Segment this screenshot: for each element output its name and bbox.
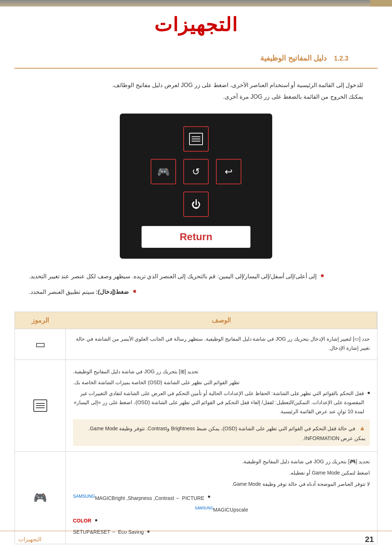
- section-title: دليل المفاتيح الوظيفية: [260, 54, 327, 62]
- note-icon: ▲: [359, 424, 366, 432]
- jog-btn-undo: ↺: [183, 159, 209, 184]
- jog-cell-return: ↩: [214, 157, 243, 186]
- page-title: التجهيزات: [18, 14, 374, 36]
- section-header: 1.2.3 دليل المفاتيح الوظيفية: [15, 43, 377, 69]
- upscale-word: Upscale: [230, 506, 248, 512]
- jog-cell-empty-br: [149, 190, 178, 219]
- bullet-dot-1: [321, 274, 324, 277]
- function-table: الوصف الرموز حدد [▭] لتغيير إشارة الإدخا…: [15, 312, 377, 544]
- jog-cell-power: ⏻: [181, 190, 211, 219]
- footer-title: التجهيزات: [18, 536, 41, 543]
- osd-table-line1: [36, 403, 45, 404]
- jog-grid: ↩ ↺ 🎮 ⏻: [131, 124, 261, 219]
- sub-bullet-text-2-2: تظهر القوائم التي تظهر على الشاشة (OSD) …: [73, 378, 240, 387]
- color-label: COLOR: [73, 518, 91, 524]
- table-icon-1: ▭: [15, 329, 66, 360]
- return-button-label: Return: [142, 226, 250, 248]
- table-desc-3-main1: تحديد [🎮] بتحريك زر JOG في شاشة دليل الم…: [73, 457, 370, 466]
- table-desc-2: تحديد [⊞] بتحريك زر JOG في شاشة دليل الم…: [66, 360, 377, 452]
- jog-cell-gamepad: 🎮: [149, 157, 178, 186]
- picture-features: Bright ,Sharpness ,Contrast ← PICTURE: [112, 495, 204, 501]
- gamepad-table-icon: 🎮: [33, 488, 47, 508]
- sub-bullet-dot-2-3: [368, 392, 370, 394]
- bullet-text-2: ضغط(إدخال): سيتم تطبيق العنصر المحدد.: [29, 287, 129, 297]
- description-line1: للدخول إلى القائمة الرئيسية أو استخدام ا…: [29, 79, 363, 91]
- table-desc-3-main2: اضغط لتمكين Game Mode أو تعطيله.: [73, 468, 370, 477]
- page-header: التجهيزات: [0, 7, 392, 39]
- gamepad-icon: 🎮: [157, 166, 170, 178]
- table-header-desc: الوصف: [66, 312, 377, 329]
- jog-diagram: ↩ ↺ 🎮 ⏻ Return: [120, 114, 272, 259]
- upscale-brand-label: SAMSUNG: [195, 506, 213, 510]
- sub-bullet-3-picture: SAMSUNGMAGICBright ,Sharpness ,Contrast …: [73, 493, 370, 503]
- jog-btn-power: ⏻: [183, 192, 209, 217]
- jog-cell-empty-tl: [214, 124, 243, 153]
- jog-cell-undo: ↺: [181, 157, 211, 186]
- upscale-magic: MAGIC: [213, 506, 230, 512]
- table-desc-3: تحديد [🎮] بتحريك زر JOG في شاشة دليل الم…: [66, 452, 377, 544]
- table-icon-3: 🎮: [15, 452, 66, 544]
- jog-cell-osd: [181, 124, 211, 153]
- bullet-item-2: ضغط(إدخال): سيتم تطبيق العنصر المحدد.: [29, 287, 363, 297]
- bullet-section: إلى أعلى/إلى أسفل/إلى اليسار/إلى اليمين:…: [0, 266, 392, 308]
- jog-cell-empty-tr: [149, 124, 178, 153]
- sub-bullet-text-2-3: قفل التحكم بالقوائم التي تظهر على الشاشة…: [73, 389, 364, 416]
- table-icon-2: [15, 360, 66, 452]
- table-desc-3-main3: لا تتوفر العناصر الموضحة أدناه في حالة ت…: [73, 480, 370, 489]
- table-row-1: حدد [▭] لتغيير إشارة الإدخال بتحريك زر J…: [15, 329, 377, 360]
- osd-line2: [192, 139, 200, 139]
- table-row-2: تحديد [⊞] بتحريك زر JOG في شاشة دليل الم…: [15, 360, 377, 452]
- footer-page-number: 21: [365, 535, 374, 544]
- page-footer: 21 التجهيزات: [0, 531, 392, 548]
- jog-cell-empty-bl: [214, 190, 243, 219]
- bullet-item-1: إلى أعلى/إلى أسفل/إلى اليسار/إلى اليمين:…: [29, 271, 363, 282]
- bullet-text-1: إلى أعلى/إلى أسفل/إلى اليسار/إلى اليمين:…: [29, 271, 317, 282]
- sub-bullet-text-2-1: تحديد [⊞] بتحريك زر JOG في شاشة دليل الم…: [73, 367, 199, 376]
- sub-bullet-2-1: تحديد [⊞] بتحريك زر JOG في شاشة دليل الم…: [73, 367, 370, 376]
- top-decoration-bar: [0, 0, 392, 7]
- osd-line1: [192, 136, 200, 137]
- picture-label: SAMSUNG: [73, 494, 95, 499]
- upscale-row: SAMSUNGMAGICSAMSUNG MAGICUpscaleUpscale: [73, 505, 370, 514]
- sub-bullet-dot-3-color: [95, 519, 97, 521]
- sub-bullet-dot-3-picture: [208, 496, 210, 498]
- back-icon: ↩: [225, 166, 233, 177]
- undo-icon: ↺: [192, 166, 200, 177]
- description-block: للدخول إلى القائمة الرئيسية أو استخدام ا…: [0, 72, 392, 110]
- osd-table-icon: [33, 399, 47, 412]
- table-desc-1: حدد [▭] لتغيير إشارة الإدخال بتحريك زر J…: [66, 329, 377, 360]
- osd-table-line3: [36, 407, 45, 408]
- jog-btn-osd: [183, 126, 209, 152]
- sub-bullet-text-3-picture: SAMSUNGMAGICBright ,Sharpness ,Contrast …: [73, 493, 204, 503]
- top-bar-corner: [370, 0, 392, 7]
- table-row-3: تحديد [🎮] بتحريك زر JOG في شاشة دليل الم…: [15, 451, 377, 544]
- osd-icon: [189, 133, 203, 145]
- osd-table-line2: [36, 405, 45, 406]
- sub-bullet-3-color: COLOR: [73, 516, 370, 525]
- description-line2: يمكنك الخروج من القائمة بالضغط على زر JO…: [29, 91, 363, 103]
- magic-label: MAGIC: [95, 495, 112, 501]
- table-header-symbol: الرموز: [15, 312, 66, 329]
- return-symbol-icon: ▭: [35, 335, 45, 354]
- osd-line3: [192, 141, 200, 141]
- jog-btn-gamepad: 🎮: [151, 159, 176, 184]
- bullet-label-2: ضغط(إدخال):: [96, 289, 129, 295]
- sub-bullet-2-2: تظهر القوائم التي تظهر على الشاشة (OSD) …: [73, 378, 370, 387]
- bullet-dot-2: [133, 290, 136, 293]
- jog-btn-return: ↩: [216, 159, 241, 184]
- section-number: 1.2.3: [334, 55, 348, 62]
- sub-bullet-text-3-color: COLOR: [73, 516, 91, 525]
- table-desc-1-text: حدد [▭] لتغيير إشارة الإدخال بتحريك زر J…: [76, 336, 370, 351]
- power-icon: ⏻: [191, 199, 201, 210]
- sub-bullet-2-3: قفل التحكم بالقوائم التي تظهر على الشاشة…: [73, 389, 370, 416]
- table-note-2: ▲ في حالة قفل التحكم في القوائم التي تظه…: [73, 419, 370, 446]
- table-note-2-text: في حالة قفل التحكم في القوائم التي تظهر …: [89, 426, 366, 441]
- table-header-row: الوصف الرموز: [15, 312, 377, 329]
- bullet-text-2-content: سيتم تطبيق العنصر المحدد.: [29, 289, 94, 295]
